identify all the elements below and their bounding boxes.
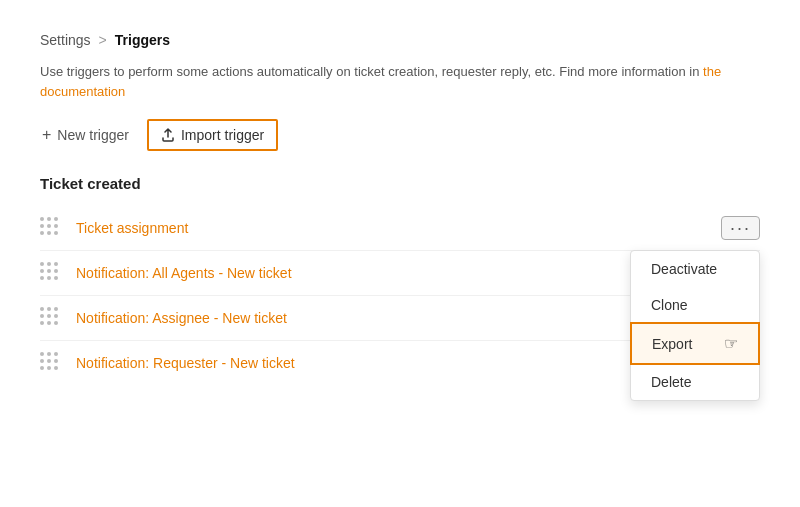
dot <box>54 276 58 280</box>
dot <box>40 307 44 311</box>
drag-handle[interactable] <box>40 262 62 284</box>
import-trigger-button[interactable]: Import trigger <box>147 119 278 151</box>
trigger-name: Notification: All Agents - New ticket <box>76 265 721 281</box>
dot <box>40 352 44 356</box>
dot <box>47 276 51 280</box>
dot <box>47 352 51 356</box>
dot <box>54 359 58 363</box>
dot <box>40 366 44 370</box>
dropdown-item-export[interactable]: Export ☞ <box>630 322 760 365</box>
export-label: Export <box>652 336 692 352</box>
dot <box>40 262 44 266</box>
dot <box>47 359 51 363</box>
dot <box>40 224 44 228</box>
drag-handle[interactable] <box>40 307 62 329</box>
dropdown-item-clone[interactable]: Clone <box>631 287 759 323</box>
dot <box>54 352 58 356</box>
dot <box>54 217 58 221</box>
dot <box>40 231 44 235</box>
dropdown-item-delete[interactable]: Delete <box>631 364 759 400</box>
trigger-name: Notification: Requester - New ticket <box>76 355 721 371</box>
dropdown-item-deactivate[interactable]: Deactivate <box>631 251 759 287</box>
section-title: Ticket created <box>40 175 760 192</box>
breadcrumb-parent: Settings <box>40 32 91 48</box>
dot <box>40 359 44 363</box>
upload-icon <box>161 128 175 142</box>
new-trigger-label: New trigger <box>57 127 129 143</box>
dot <box>54 366 58 370</box>
dot <box>40 269 44 273</box>
drag-handle[interactable] <box>40 217 62 239</box>
dot <box>47 231 51 235</box>
new-trigger-button[interactable]: + New trigger <box>40 122 131 148</box>
dot <box>54 307 58 311</box>
dot <box>54 314 58 318</box>
page-container: Settings > Triggers Use triggers to perf… <box>0 0 800 417</box>
dot <box>47 262 51 266</box>
dot <box>54 262 58 266</box>
drag-handle[interactable] <box>40 352 62 374</box>
dot <box>40 321 44 325</box>
page-description: Use triggers to perform some actions aut… <box>40 62 760 101</box>
dot <box>47 217 51 221</box>
dot <box>47 366 51 370</box>
dot <box>47 314 51 318</box>
dot <box>54 269 58 273</box>
plus-icon: + <box>42 126 51 144</box>
dot <box>40 217 44 221</box>
dot <box>47 307 51 311</box>
dot <box>54 224 58 228</box>
dot <box>40 314 44 318</box>
description-text: Use triggers to perform some actions aut… <box>40 64 703 79</box>
import-trigger-label: Import trigger <box>181 127 264 143</box>
trigger-item: Ticket assignment ··· Deactivate Clone E… <box>40 206 760 251</box>
dot <box>47 224 51 228</box>
toolbar: + New trigger Import trigger <box>40 119 760 151</box>
trigger-name: Ticket assignment <box>76 220 721 236</box>
cursor-icon: ☞ <box>724 334 738 353</box>
dot <box>40 276 44 280</box>
dot <box>54 321 58 325</box>
dot <box>47 269 51 273</box>
more-options-button[interactable]: ··· <box>721 216 760 240</box>
dot <box>47 321 51 325</box>
trigger-list: Ticket assignment ··· Deactivate Clone E… <box>40 206 760 385</box>
breadcrumb-separator: > <box>99 32 107 48</box>
dot <box>54 231 58 235</box>
breadcrumb-current: Triggers <box>115 32 170 48</box>
trigger-name: Notification: Assignee - New ticket <box>76 310 721 326</box>
breadcrumb: Settings > Triggers <box>40 32 760 48</box>
dropdown-menu: Deactivate Clone Export ☞ Delete <box>630 250 760 401</box>
